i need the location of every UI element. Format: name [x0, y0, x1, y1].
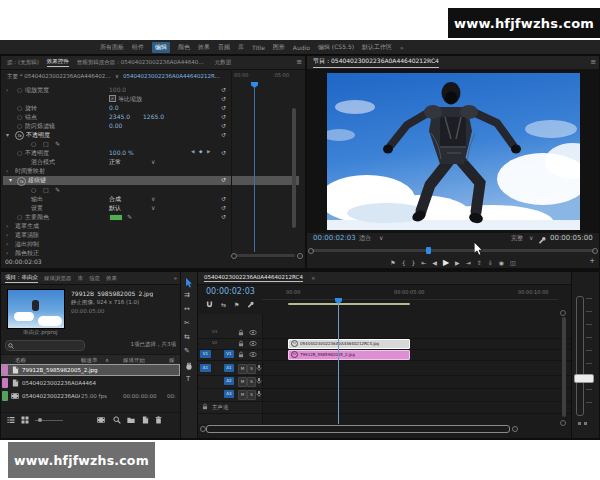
mark-out-button[interactable]: }: [411, 259, 415, 266]
source-patch-v1[interactable]: V1: [200, 350, 211, 358]
lock-icon[interactable]: [238, 329, 244, 336]
reset-param-icon[interactable]: ↺: [221, 104, 226, 111]
fader-handle[interactable]: [574, 374, 594, 383]
project-row[interactable]: 05404023002236A0A4464: [1, 377, 180, 389]
reset-param-icon[interactable]: ↺: [221, 195, 226, 202]
reset-param-icon[interactable]: ↺: [221, 213, 226, 220]
anchor-y-value[interactable]: 1265.0: [143, 113, 164, 120]
scrubber-right-handle[interactable]: [592, 248, 598, 254]
track-select-forward-tool[interactable]: ⇉: [184, 291, 190, 299]
setting-value[interactable]: 默认: [109, 204, 121, 213]
param-value[interactable]: 0.0: [109, 104, 119, 111]
workspace-tab-title[interactable]: Title: [252, 44, 265, 51]
voiceover-mic-icon[interactable]: [256, 377, 262, 385]
label-color-chip[interactable]: [2, 378, 8, 388]
rect-mask-icon[interactable]: □: [43, 186, 49, 193]
program-playhead[interactable]: [426, 247, 431, 254]
linked-selection-icon[interactable]: ⇆: [221, 301, 226, 308]
expander-icon[interactable]: ▾: [6, 131, 9, 138]
icon-view-button[interactable]: [21, 416, 29, 424]
solo-button[interactable]: S: [247, 377, 256, 387]
track-row-a2[interactable]: A2 M S: [198, 375, 571, 389]
tab-info[interactable]: 信息: [89, 275, 100, 282]
ec-playhead-line[interactable]: [254, 87, 255, 252]
reset-param-icon[interactable]: ↺: [221, 149, 226, 156]
track-height-handle-bottom[interactable]: [560, 420, 566, 426]
tab-media-browser[interactable]: 媒体浏览器: [44, 275, 72, 282]
label-color-chip[interactable]: [2, 365, 8, 375]
chevron-down-icon[interactable]: ∨: [379, 234, 383, 241]
tab-effects[interactable]: 效果: [106, 275, 117, 282]
export-frame-button[interactable]: ◉: [499, 259, 504, 266]
expander-icon[interactable]: ›: [6, 167, 8, 174]
workspace-tab-assembly[interactable]: 组件: [132, 43, 144, 52]
extract-button[interactable]: ⇩: [488, 259, 493, 266]
pen-mask-icon[interactable]: ✎: [55, 140, 60, 147]
group-label[interactable]: 溢出抑制: [15, 240, 39, 249]
timeline-timecode[interactable]: 00:00:02:03: [206, 287, 255, 296]
add-marker-button[interactable]: ⚑: [390, 259, 395, 266]
label-color-chip[interactable]: [2, 391, 8, 401]
reset-param-icon[interactable]: ↺: [221, 95, 226, 102]
column-header-frame-rate[interactable]: 帧速率: [81, 357, 98, 364]
reset-effect-icon[interactable]: ↺: [221, 176, 226, 183]
selection-tool[interactable]: [186, 278, 193, 288]
tab-sequence[interactable]: 05404023002236A0A44640212RC4: [204, 274, 303, 282]
ec-horizontal-scrollbar[interactable]: [237, 254, 295, 257]
chevron-down-icon[interactable]: ∨: [151, 204, 155, 211]
pen-mask-icon[interactable]: ✎: [55, 186, 60, 193]
timeline-playhead-line[interactable]: [338, 303, 339, 424]
timeline-vertical-scrollbar[interactable]: [562, 317, 566, 417]
sort-ascending-icon[interactable]: ∧: [105, 357, 109, 363]
workspace-tab-custom[interactable]: 默认工作区: [362, 43, 392, 52]
rect-mask-icon[interactable]: □: [43, 140, 49, 147]
stopwatch-icon[interactable]: ○: [17, 113, 22, 120]
delete-button[interactable]: [155, 416, 162, 424]
play-button[interactable]: ▶: [443, 258, 449, 267]
add-marker-icon[interactable]: ⚑: [234, 301, 239, 308]
workspace-tab-audio2[interactable]: Audio: [293, 44, 310, 51]
preview-thumbnail[interactable]: [7, 289, 65, 329]
group-label[interactable]: 遮罩清除: [15, 231, 39, 240]
settings-wrench-icon[interactable]: [538, 236, 546, 244]
solo-button[interactable]: S: [247, 364, 256, 374]
hand-tool[interactable]: [185, 362, 193, 371]
list-view-button[interactable]: [7, 416, 15, 424]
go-to-out-button[interactable]: ⇥: [466, 259, 471, 266]
param-value[interactable]: 100.0: [109, 86, 126, 93]
track-height-handle-top[interactable]: [560, 310, 566, 316]
reset-param-icon[interactable]: ↺: [221, 86, 226, 93]
key-color-swatch[interactable]: [109, 214, 123, 221]
expander-icon[interactable]: ›: [6, 86, 8, 93]
track-row-a3[interactable]: A3 M S: [198, 388, 571, 402]
mute-button[interactable]: M: [238, 390, 247, 400]
timeline-settings-icon[interactable]: [247, 301, 254, 308]
group-label[interactable]: 颜色校正: [15, 249, 39, 258]
workspace-tab-graphics[interactable]: 图形: [273, 43, 285, 52]
work-area-bar[interactable]: [288, 303, 410, 305]
lock-icon[interactable]: [238, 340, 244, 347]
prev-keyframe-icon[interactable]: ◀: [191, 149, 194, 154]
workspace-tab-editing-cs55[interactable]: 编辑 (CS5.5): [318, 43, 354, 52]
pen-tool[interactable]: ✎: [184, 347, 190, 355]
new-item-button[interactable]: [142, 416, 149, 424]
reset-param-icon[interactable]: ↺: [221, 204, 226, 211]
tab-project[interactable]: 项目：串由众: [5, 274, 38, 283]
timeline-zoom-handle-right[interactable]: [512, 426, 518, 432]
eye-icon[interactable]: [249, 330, 257, 335]
reset-effect-icon[interactable]: ↺: [221, 131, 226, 138]
panel-menu-icon[interactable]: ≡: [296, 58, 302, 66]
reset-param-icon[interactable]: ↺: [221, 113, 226, 120]
tab-audio-clip-mixer[interactable]: 音频剪辑混合器：05404023002236A0A44640212RC4: [77, 59, 207, 66]
panel-menu-icon[interactable]: ≡: [590, 58, 596, 66]
comparison-view-button[interactable]: ◫: [510, 259, 516, 266]
eyedropper-icon[interactable]: ✎: [127, 213, 132, 220]
project-row-selected[interactable]: 79912B_5985982005_2.jpg: [1, 364, 180, 376]
program-current-timecode[interactable]: 00:00:02:03: [313, 234, 356, 242]
chevron-down-icon[interactable]: ∨: [115, 73, 119, 79]
ec-vertical-scrollbar[interactable]: [292, 108, 296, 228]
ellipse-mask-icon[interactable]: ○: [31, 186, 36, 193]
tab-overflow-chevron[interactable]: »: [174, 275, 177, 281]
voiceover-mic-icon[interactable]: [256, 364, 262, 372]
lock-icon[interactable]: [202, 403, 208, 410]
